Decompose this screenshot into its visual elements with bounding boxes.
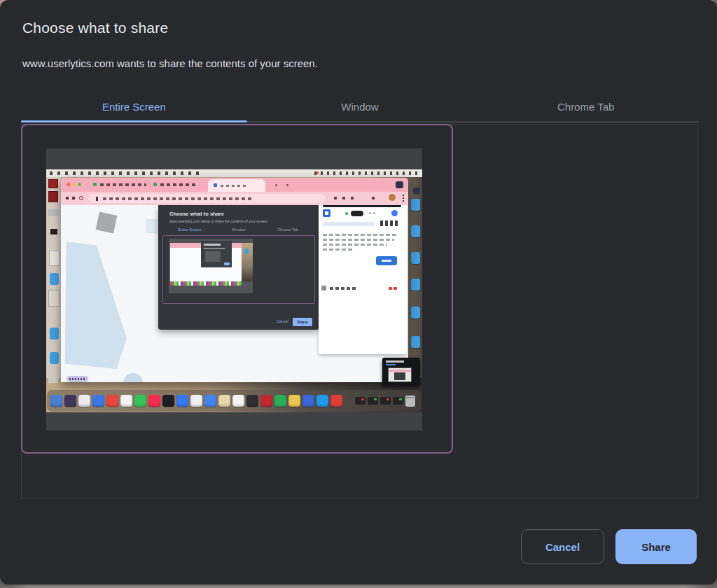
url-text: [103, 197, 251, 200]
forward-icon: [72, 197, 75, 200]
recorder-panel: [319, 205, 407, 354]
desktop-screenshot: Choose what to share www.userlytics.com …: [46, 169, 422, 412]
source-picker-panel: Choose what to share www.userlytics.com …: [21, 124, 698, 498]
dock-app-icon: [204, 395, 216, 407]
share-button[interactable]: Share: [615, 529, 697, 564]
dock-app-icon: [316, 395, 328, 407]
tab-overflow-icon: [286, 184, 288, 186]
extension-icon: [372, 197, 375, 200]
panel-primary-button: [376, 256, 397, 265]
minimized-window-icon: [393, 397, 403, 405]
tab-favicon: [214, 183, 217, 187]
browser-window: Choose what to share www.userlytics.com …: [61, 178, 408, 382]
desktop-icon: [48, 290, 60, 307]
pip-title-text: [386, 360, 404, 363]
browser-menu-icon: [403, 195, 404, 202]
instruction-text-line: [323, 234, 398, 236]
desktop-icon: [50, 352, 59, 364]
inner-cancel-label: Cancel: [277, 319, 288, 323]
recorder-app-icon: [323, 209, 330, 217]
tab-favicon: [93, 183, 97, 186]
tab-chrome-tab[interactable]: Chrome Tab: [473, 92, 699, 121]
profile-chip-icon: [396, 181, 403, 188]
inner-dialog-title: Choose what to share: [169, 211, 224, 217]
panel-dot-icon: [369, 212, 371, 214]
dock-app-icon: [120, 395, 132, 407]
panel-footer-icon: [321, 286, 326, 290]
mini-share-button: [224, 262, 230, 265]
dock-app-icon: [330, 395, 342, 407]
tab-title-text: [100, 183, 146, 186]
desktop-icon: [411, 336, 420, 348]
menubar-status-icons: [314, 172, 418, 175]
mini-dialog-title: [204, 244, 221, 246]
inner-tab-entire-screen: Entire Screen: [165, 227, 214, 232]
screen-thumbnail: Choose what to share www.userlytics.com …: [46, 148, 422, 430]
minimized-window-icon: [355, 397, 366, 405]
tab-entire-screen[interactable]: Entire Screen: [21, 92, 247, 121]
desktop-icon: [411, 225, 420, 237]
desktop-icon: [411, 199, 420, 211]
cancel-button[interactable]: Cancel: [521, 529, 604, 564]
canvas-shape-circle: [123, 373, 143, 382]
inner-tabstrip: Entire Screen Window Chrome Tab: [165, 227, 312, 232]
webpage-content: Choose what to share www.userlytics.com …: [61, 205, 408, 382]
inner-tab-window: Window: [214, 227, 263, 232]
panel-alert-dot: [394, 287, 397, 290]
desktop-icon: [411, 307, 420, 318]
desktop-icon: [48, 191, 58, 202]
screen-preview-selected[interactable]: Choose what to share www.userlytics.com …: [21, 124, 453, 454]
desktop-icon: [411, 252, 420, 264]
tab-window[interactable]: Window: [247, 92, 473, 121]
pip-window: [382, 358, 420, 386]
desktop-icon: [48, 209, 60, 216]
minimize-window-icon: [72, 183, 76, 186]
dock-app-icon: [92, 395, 104, 407]
tabstrip: Entire Screen Window Chrome Tab: [21, 92, 699, 122]
menubar-menus: [50, 172, 200, 175]
recording-status-dot: [345, 212, 348, 215]
url-field: [89, 194, 326, 203]
inner-dialog-subtitle: www.userlytics.com wants to share the co…: [169, 219, 309, 223]
mini-wallpaper: [242, 243, 253, 281]
pip-mini-browser-bar: [389, 370, 411, 372]
instruction-text-line: [323, 239, 394, 241]
minimized-window-icon: [380, 397, 391, 405]
reload-icon: [79, 196, 83, 200]
tab-title-text: [160, 183, 195, 186]
userlytics-badge: [67, 376, 88, 382]
browser-addressbar: [61, 192, 408, 205]
desktop-icon: [413, 188, 420, 194]
minimized-window-icon: [368, 397, 378, 405]
extension-icon: [342, 197, 345, 200]
mini-dock: [170, 281, 242, 286]
panel-label-text: [380, 220, 398, 226]
desktop-icon: [50, 229, 57, 234]
instruction-text-line: [323, 244, 387, 246]
macos-dock: [47, 390, 422, 412]
dock-app-icon: [162, 395, 174, 407]
new-tab-icon: [275, 184, 277, 186]
browser-tabbar: [61, 178, 408, 192]
dock-app-icon: [302, 395, 314, 407]
extension-icon: [351, 197, 354, 200]
share-dialog: Choose what to share www.userlytics.com …: [0, 0, 717, 584]
mini-dialog-subtitle: [204, 248, 225, 249]
pip-mini-dialog: [394, 372, 405, 380]
desktop-icon: [50, 273, 59, 285]
dock-app-icon: [274, 395, 286, 407]
instruction-text-line: [323, 248, 352, 251]
lock-icon: [96, 197, 98, 201]
inner-screen-thumbnail: [169, 239, 253, 293]
inner-share-dialog: Choose what to share www.userlytics.com …: [158, 205, 319, 330]
pip-preview-frame: [388, 368, 412, 382]
dock-app-icon: [64, 395, 76, 407]
canvas-shape-square: [96, 212, 118, 234]
recording-indicator-icon: [316, 172, 319, 174]
inner-share-button: Share: [293, 318, 312, 326]
inner-tab-chrome-tab: Chrome Tab: [263, 227, 312, 232]
back-icon: [66, 197, 69, 200]
mini-dialog: [201, 241, 232, 267]
dock-app-icon: [134, 395, 146, 407]
desktop-icon: [48, 377, 58, 383]
